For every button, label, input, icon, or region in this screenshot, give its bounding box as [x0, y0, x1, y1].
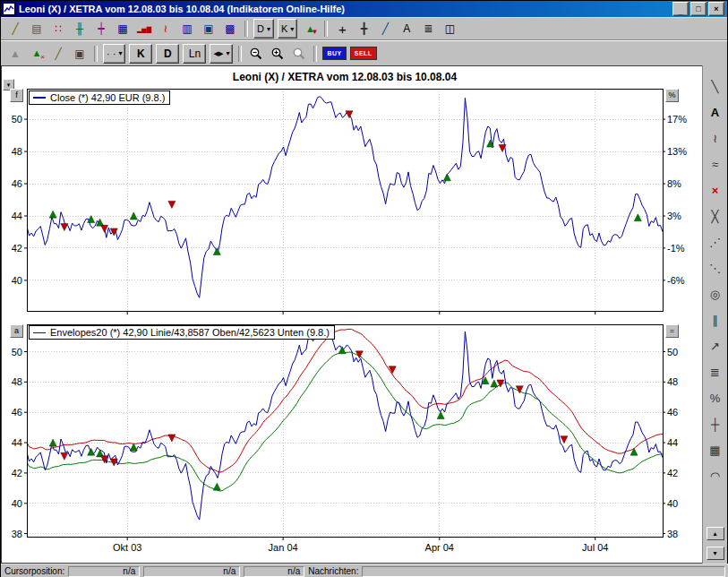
x-axis-label: Apr 04 [425, 542, 454, 553]
signal-overlay-button-glyph: ▼ [311, 29, 318, 36]
buy-signal-triangle [130, 444, 137, 451]
histogram-button[interactable]: ▂▅▇ [134, 20, 154, 38]
draw-pencil-button[interactable]: ╱ [48, 45, 68, 63]
fibonacci-percent-tool-icon: % [710, 392, 721, 405]
log-scale-button[interactable]: Ln [183, 44, 206, 64]
cross-lines-tool[interactable]: ┼ [706, 414, 725, 434]
properties-button-icon: ▣ [74, 48, 84, 59]
hatch-fall-tool-icon: ⋱ [709, 262, 721, 275]
y-axis-label: 46 [12, 407, 22, 418]
candle-style-button-icon: ┿ [98, 23, 104, 34]
sell-signal-triangle [561, 436, 568, 444]
y-axis-label: 40 [12, 498, 22, 509]
close-panel: 5017%4813%468%443%42-1%40-6% [12, 89, 687, 311]
spiral-tool[interactable]: ◎ [706, 284, 725, 304]
buy-signal-triangle [213, 483, 220, 490]
curve-tool[interactable]: ≀ [706, 128, 725, 148]
indicator-d-dropdown[interactable]: D▾ [253, 19, 274, 39]
panel1-scale-button[interactable]: f [10, 89, 23, 102]
signal-marker-button[interactable]: ▲× [27, 45, 47, 63]
line-chart-button[interactable]: ≀ [156, 20, 176, 38]
envelopes-legend: Envelopes20 (*) 42,90 Linie/43,8587 Oben… [29, 325, 335, 340]
draw-pencil-button-icon: ╱ [55, 48, 61, 59]
properties-button[interactable]: ▣ [70, 45, 90, 63]
wave-tool[interactable]: ≈ [706, 154, 725, 174]
bar-style-button[interactable]: ╫ [70, 20, 90, 38]
buy-signal-triangle [49, 211, 56, 218]
line-style-dropdown-label: · · [107, 48, 116, 59]
hatch-rise-tool[interactable]: ⋰ [706, 232, 725, 252]
line-style-dropdown[interactable]: · ·▾ [103, 44, 125, 64]
chart-canvas[interactable]: 5017%4813%468%443%42-1%40-6%505048484646… [2, 66, 703, 563]
panel2-menu-button[interactable]: = [665, 324, 679, 338]
buy-signal-triangle [443, 174, 450, 181]
candle-style-button[interactable]: ┿ [91, 20, 111, 38]
portfolio-button[interactable]: ▩ [220, 20, 240, 38]
market-monitor-button[interactable]: ▣ [199, 20, 218, 38]
buy-signal-triangle [437, 412, 444, 419]
window-layout-button[interactable]: ◫ [440, 20, 459, 38]
crossed-tools-button[interactable]: ╳ [706, 206, 725, 226]
app-icon [3, 3, 15, 15]
main-toolbar: ╱▤∷╫┿▦▂▅▇≀▥▣▩D▾K▾▲▼+╋╱A≣◫ [1, 17, 727, 40]
toolbar-separator [313, 46, 317, 62]
panel2-scale-button[interactable]: a [10, 324, 23, 338]
close-panel-plot[interactable] [27, 89, 663, 311]
tools-scroll-down-button[interactable]: ▾ [707, 547, 724, 560]
minimize-button[interactable]: _ [672, 2, 689, 16]
maximize-button[interactable]: □ [690, 2, 707, 16]
sell-order-button[interactable]: SELL [350, 47, 377, 60]
hatch-fall-tool[interactable]: ⋱ [706, 258, 725, 278]
annotation-pen-button[interactable]: ╱ [375, 20, 395, 38]
mountain-chart-button[interactable]: ▲ [5, 45, 25, 63]
trend-channel-tool[interactable]: ↗ [706, 336, 725, 356]
cursor-position-label: Cursorposition: [4, 566, 64, 576]
crosshair-button[interactable]: + [332, 20, 352, 38]
news-list-button[interactable]: ≣ [418, 20, 438, 38]
signal-overlay-button[interactable]: ▲▼ [300, 20, 320, 38]
chevron-down-icon: ▾ [267, 25, 270, 33]
delete-drawing-tool[interactable]: × [706, 180, 725, 200]
tools-scroll-up-button[interactable]: ▴ [707, 527, 724, 540]
envelopes-panel-plot[interactable] [27, 324, 663, 537]
y-axis-right-label: -1% [667, 243, 685, 254]
portfolio-button-icon: ▩ [225, 23, 235, 34]
copy-chart-button[interactable]: ▤ [27, 20, 47, 38]
page-edit-button[interactable]: ╱ [5, 20, 25, 38]
line-chart-button-icon: ≀ [164, 23, 168, 34]
text-tool[interactable]: A [706, 102, 725, 122]
grid-tool[interactable]: ▦ [706, 440, 725, 460]
text-note-button[interactable]: A [397, 20, 416, 38]
buy-order-button[interactable]: BUY [322, 47, 346, 60]
move-mode-button-icon: ╋ [361, 23, 367, 34]
quote-table-button[interactable]: ▥ [177, 20, 197, 38]
bar-style-button-icon: ╫ [76, 23, 84, 34]
signal-marker-button-glyph: × [40, 54, 45, 61]
window-controls: _□× [672, 2, 725, 16]
zoom-out-button[interactable] [246, 45, 266, 63]
y-axis-right-label: 40 [667, 498, 678, 509]
scatter-style-button[interactable]: ∷ [48, 20, 68, 38]
indicator-k-dropdown[interactable]: K▾ [278, 19, 297, 39]
fibonacci-percent-tool[interactable]: % [706, 388, 725, 408]
fibonacci-lines-tool[interactable]: ≣ [706, 362, 725, 382]
kurs-button[interactable]: K [129, 44, 152, 64]
daily-button[interactable]: D [156, 44, 179, 64]
zoom-in-button[interactable] [268, 45, 287, 63]
trendline-tool[interactable]: ╲ [706, 76, 725, 96]
chart-window-button[interactable]: ▦ [113, 20, 133, 38]
y-axis-right-label: 38 [667, 529, 678, 539]
scroll-mode-dropdown[interactable]: ◂▸▾ [210, 44, 233, 64]
arc-tool[interactable]: ◠ [706, 466, 725, 486]
parallel-lines-tool[interactable]: ∥ [706, 310, 725, 330]
buy-signal-triangle [97, 219, 104, 226]
zoom-reset-button[interactable] [289, 45, 309, 63]
sell-signal-triangle [61, 224, 68, 231]
move-mode-button[interactable]: ╋ [354, 20, 373, 38]
title-bar[interactable]: Leoni (X) / XETRA vom 12.08.03 bis 10.08… [1, 1, 727, 17]
cursor-x-field: n/a [68, 566, 140, 577]
close-button[interactable]: × [708, 2, 724, 16]
arc-tool-icon: ◠ [710, 469, 720, 483]
panel1-percent-button[interactable]: % [665, 89, 679, 102]
mountain-chart-button-icon: ▲ [10, 48, 21, 59]
